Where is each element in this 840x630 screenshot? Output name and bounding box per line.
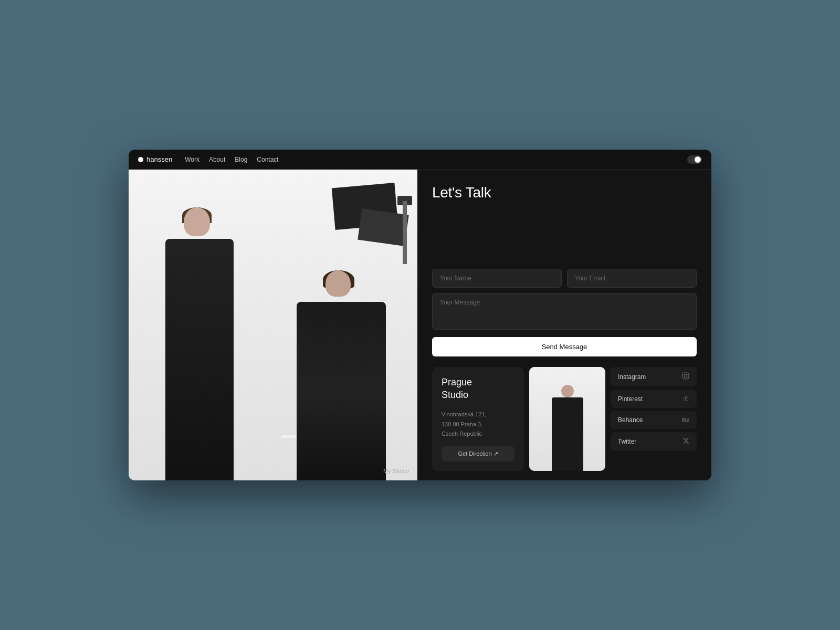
- studio-address: Vinohradská 121, 130 00 Praha 3, Czech R…: [442, 410, 514, 439]
- pinterest-icon: ℗: [682, 395, 689, 403]
- browser-window: hanssen Work About Blog Contact: [129, 150, 711, 480]
- social-links: Instagram Pinterest ℗: [611, 367, 697, 471]
- social-item-instagram[interactable]: Instagram: [611, 367, 697, 386]
- person1-head: [184, 207, 210, 236]
- light-stand: [403, 201, 407, 264]
- photo-panel: My Studio: [129, 170, 417, 480]
- instagram-icon: [682, 372, 689, 381]
- social-item-pinterest[interactable]: Pinterest ℗: [611, 390, 697, 408]
- get-direction-button[interactable]: Get Direction ↗: [442, 446, 514, 461]
- nav-link-work[interactable]: Work: [185, 156, 200, 163]
- twitter-icon: [682, 437, 689, 446]
- studio-photo-inner: [529, 367, 605, 471]
- bottom-section: Prague Studio Vinohradská 121, 130 00 Pr…: [432, 367, 697, 480]
- spacer: [432, 212, 697, 269]
- studio-photo-person-head: [561, 385, 574, 397]
- social-label-behance: Behance: [618, 416, 643, 424]
- nav-link-about[interactable]: About: [209, 156, 225, 163]
- studio-card: Prague Studio Vinohradská 121, 130 00 Pr…: [432, 367, 524, 471]
- person2-body: [297, 302, 386, 480]
- photo-decoration-2: [358, 208, 408, 246]
- svg-point-2: [687, 374, 688, 374]
- social-label-instagram: Instagram: [618, 373, 646, 381]
- logo-text: hanssen: [146, 155, 172, 163]
- navigation: hanssen Work About Blog Contact: [129, 150, 711, 170]
- name-input[interactable]: [432, 269, 562, 288]
- studio-name: Prague Studio: [442, 376, 514, 401]
- contact-form: Send Message: [432, 269, 697, 356]
- email-input[interactable]: [567, 269, 697, 288]
- svg-point-1: [684, 374, 687, 377]
- main-content: My Studio Let's Talk Send Message: [129, 170, 711, 480]
- page-title: Let's Talk: [432, 184, 697, 201]
- nav-link-blog[interactable]: Blog: [235, 156, 247, 163]
- nav-link-contact[interactable]: Contact: [257, 156, 278, 163]
- person-standing: [155, 207, 270, 480]
- toggle-knob: [695, 156, 701, 163]
- studio-photo: [529, 367, 605, 471]
- send-button[interactable]: Send Message: [432, 337, 697, 356]
- form-row-top: [432, 269, 697, 288]
- person1-body: [165, 239, 234, 480]
- logo-dot: [138, 157, 143, 162]
- svg-rect-0: [682, 373, 689, 379]
- social-item-twitter[interactable]: Twitter: [611, 432, 697, 451]
- photo-area: My Studio: [129, 170, 417, 480]
- studio-photo-person-body: [552, 397, 583, 471]
- theme-toggle[interactable]: [687, 155, 702, 164]
- social-label-twitter: Twitter: [618, 438, 636, 445]
- nav-links: Work About Blog Contact: [185, 156, 279, 163]
- message-textarea[interactable]: [432, 293, 697, 330]
- logo[interactable]: hanssen: [138, 155, 172, 163]
- right-panel: Let's Talk Send Message Prague Studio: [417, 170, 711, 480]
- photo-caption: My Studio: [383, 468, 409, 474]
- person2-head: [326, 270, 351, 297]
- person-seated: [291, 270, 396, 480]
- social-item-behance[interactable]: Behance Bé: [611, 411, 697, 429]
- behance-icon: Bé: [682, 417, 689, 423]
- social-label-pinterest: Pinterest: [618, 395, 643, 403]
